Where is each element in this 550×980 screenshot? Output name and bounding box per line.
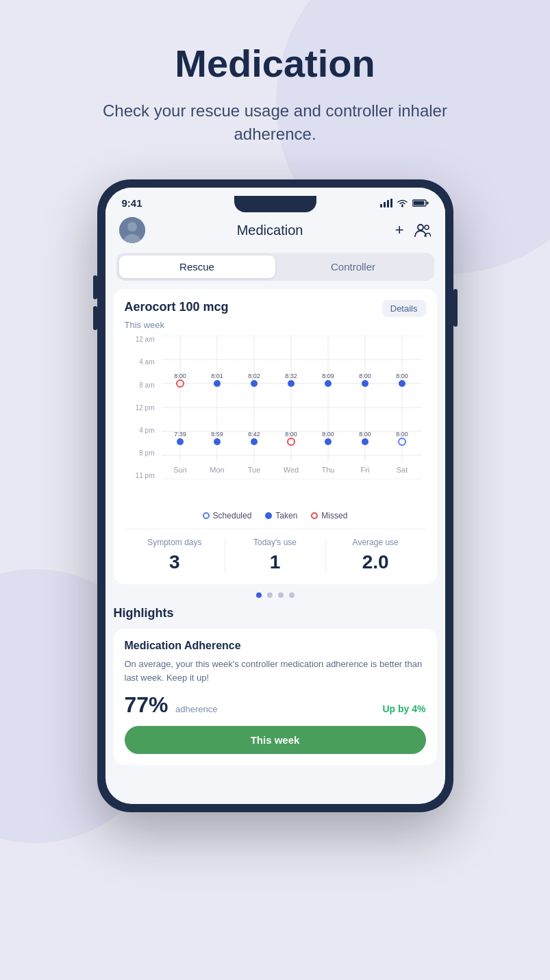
- week-button[interactable]: This week: [125, 726, 426, 754]
- svg-text:Fri: Fri: [360, 466, 369, 474]
- svg-text:Sun: Sun: [173, 466, 187, 474]
- adherence-label: adherence: [175, 704, 217, 714]
- svg-point-4: [401, 205, 403, 208]
- tab-rescue[interactable]: Rescue: [119, 255, 275, 278]
- adherence-row: 77% adherence Up by 4%: [125, 692, 426, 718]
- medication-name: Aerocort 100 mcg: [125, 300, 229, 314]
- svg-point-12: [425, 225, 429, 229]
- app-title: Medication: [237, 223, 303, 238]
- svg-text:8:00: 8:00: [396, 431, 408, 438]
- svg-text:8:32: 8:32: [285, 373, 297, 379]
- svg-point-51: [362, 438, 368, 445]
- power-button: [453, 289, 458, 327]
- svg-point-29: [214, 380, 221, 387]
- stat-average-use: Average use 2.0: [325, 538, 426, 573]
- svg-text:8:00: 8:00: [359, 373, 371, 379]
- page-title: Medication: [70, 41, 481, 86]
- chart-legend: Scheduled Taken Missed: [125, 505, 426, 520]
- svg-text:8:59: 8:59: [211, 431, 223, 438]
- svg-point-37: [362, 380, 368, 387]
- svg-text:Sat: Sat: [396, 466, 408, 474]
- svg-text:8:01: 8:01: [211, 373, 223, 379]
- phone-mockup: 9:41: [97, 179, 453, 812]
- svg-point-35: [325, 380, 332, 387]
- dot-4[interactable]: [289, 592, 295, 598]
- svg-point-43: [214, 438, 221, 445]
- svg-point-45: [251, 438, 258, 445]
- svg-rect-2: [387, 200, 389, 208]
- app-header: Medication +: [105, 209, 445, 250]
- battery-icon: [412, 199, 429, 208]
- svg-rect-0: [380, 204, 382, 208]
- svg-point-31: [251, 380, 258, 387]
- svg-rect-3: [390, 199, 392, 208]
- svg-point-39: [399, 380, 405, 387]
- users-icon[interactable]: [414, 223, 431, 238]
- svg-rect-1: [384, 202, 386, 208]
- add-icon[interactable]: +: [395, 221, 404, 239]
- svg-point-49: [325, 438, 332, 445]
- signal-icon: [380, 199, 392, 208]
- medication-chart: 12 am 4 am 8 am 12 pm 4 pm 8 pm 11 pm: [125, 336, 426, 500]
- highlight-card: Medication Adherence On average, your th…: [114, 629, 437, 765]
- highlight-card-title: Medication Adherence: [125, 640, 426, 652]
- legend-taken: Taken: [265, 511, 297, 520]
- stat-todays-use: Today's use 1: [225, 538, 325, 573]
- status-time: 9:41: [122, 197, 142, 209]
- svg-text:7:39: 7:39: [174, 431, 186, 438]
- svg-text:Thu: Thu: [321, 466, 334, 474]
- wifi-icon: [397, 199, 408, 208]
- svg-point-41: [177, 438, 184, 445]
- svg-text:8:02: 8:02: [248, 373, 260, 379]
- svg-text:8:00: 8:00: [322, 431, 334, 438]
- svg-text:Tue: Tue: [247, 466, 260, 474]
- stat-symptom-days: Symptom days 3: [125, 538, 225, 573]
- phone-notch: [234, 196, 316, 212]
- svg-text:8:00: 8:00: [359, 431, 371, 438]
- avatar[interactable]: [119, 217, 145, 243]
- status-icons: [380, 199, 429, 208]
- svg-rect-6: [413, 201, 424, 205]
- legend-missed: Missed: [311, 511, 347, 520]
- medication-card: Aerocort 100 mcg Details This week 12 am…: [114, 289, 437, 584]
- dot-2[interactable]: [267, 592, 273, 598]
- highlight-text: On average, your this week's controller …: [125, 657, 426, 684]
- svg-point-9: [127, 222, 137, 231]
- dots-indicator: [105, 592, 445, 598]
- dot-1[interactable]: [256, 592, 262, 598]
- adherence-change: Up by 4%: [382, 703, 425, 714]
- svg-rect-7: [427, 202, 429, 205]
- svg-text:8:42: 8:42: [248, 431, 260, 438]
- svg-text:8:09: 8:09: [322, 373, 334, 379]
- legend-scheduled: Scheduled: [203, 511, 252, 520]
- details-button[interactable]: Details: [382, 300, 426, 317]
- svg-text:8:00: 8:00: [285, 431, 297, 438]
- volume-up-button: [93, 275, 97, 299]
- stats-row: Symptom days 3 Today's use 1 Average use…: [125, 529, 426, 573]
- page-subtitle: Check your rescue usage and controller i…: [70, 99, 481, 145]
- svg-text:8:00: 8:00: [396, 373, 408, 379]
- svg-point-11: [418, 225, 423, 230]
- svg-text:8:00: 8:00: [174, 373, 186, 379]
- header-actions: +: [395, 221, 432, 239]
- svg-point-33: [288, 380, 295, 387]
- volume-down-button: [93, 306, 97, 330]
- week-label: This week: [125, 320, 426, 330]
- highlights-title: Highlights: [114, 606, 437, 620]
- svg-text:Mon: Mon: [210, 466, 224, 474]
- highlights-section: Highlights Medication Adherence On avera…: [105, 606, 445, 776]
- adherence-pct: 77%: [125, 692, 168, 717]
- dot-3[interactable]: [278, 592, 284, 598]
- svg-text:Wed: Wed: [283, 466, 298, 474]
- chart-svg: 8:00 8:01 8:02 8:32 8:09: [158, 336, 426, 479]
- tab-controller[interactable]: Controller: [275, 255, 432, 278]
- tab-bar: Rescue Controller: [116, 253, 434, 281]
